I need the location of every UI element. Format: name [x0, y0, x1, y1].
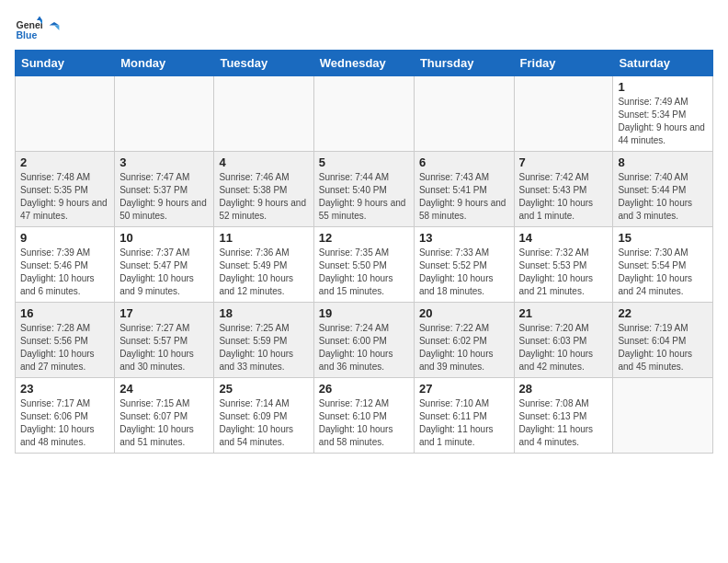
- day-info: Sunrise: 7:27 AM Sunset: 5:57 PM Dayligh…: [119, 322, 209, 373]
- day-number: 5: [319, 155, 409, 169]
- calendar-day-cell: [514, 76, 613, 152]
- calendar-day-cell: 20Sunrise: 7:22 AM Sunset: 6:02 PM Dayli…: [414, 303, 514, 378]
- logo-arrow-icon: [46, 22, 63, 39]
- weekday-header-wednesday: Wednesday: [313, 51, 414, 76]
- weekday-header-friday: Friday: [514, 51, 613, 76]
- day-info: Sunrise: 7:40 AM Sunset: 5:44 PM Dayligh…: [618, 171, 708, 223]
- day-number: 27: [419, 382, 509, 396]
- day-number: 3: [119, 155, 209, 169]
- svg-marker-5: [54, 26, 59, 30]
- day-info: Sunrise: 7:44 AM Sunset: 5:40 PM Dayligh…: [319, 171, 409, 223]
- day-info: Sunrise: 7:39 AM Sunset: 5:46 PM Dayligh…: [20, 247, 109, 298]
- calendar-day-cell: 21Sunrise: 7:20 AM Sunset: 6:03 PM Dayli…: [514, 303, 613, 378]
- calendar-day-cell: 24Sunrise: 7:15 AM Sunset: 6:07 PM Dayli…: [115, 378, 214, 454]
- calendar-day-cell: 10Sunrise: 7:37 AM Sunset: 5:47 PM Dayli…: [115, 227, 214, 303]
- day-number: 9: [20, 231, 109, 245]
- day-number: 22: [618, 306, 708, 320]
- day-info: Sunrise: 7:19 AM Sunset: 6:04 PM Dayligh…: [618, 322, 708, 373]
- calendar-week-row: 1Sunrise: 7:49 AM Sunset: 5:34 PM Daylig…: [16, 76, 713, 152]
- day-info: Sunrise: 7:12 AM Sunset: 6:10 PM Dayligh…: [319, 397, 409, 449]
- calendar-week-row: 16Sunrise: 7:28 AM Sunset: 5:56 PM Dayli…: [16, 303, 713, 378]
- day-number: 12: [319, 231, 409, 245]
- calendar-day-cell: [414, 76, 514, 152]
- day-number: 13: [419, 231, 509, 245]
- day-number: 14: [519, 231, 609, 245]
- calendar-day-cell: 14Sunrise: 7:32 AM Sunset: 5:53 PM Dayli…: [514, 227, 613, 303]
- day-number: 21: [519, 306, 609, 320]
- calendar-day-cell: 27Sunrise: 7:10 AM Sunset: 6:11 PM Dayli…: [414, 378, 514, 454]
- logo-icon: General Blue: [15, 15, 42, 42]
- day-number: 20: [419, 306, 509, 320]
- day-number: 25: [219, 382, 308, 396]
- calendar-day-cell: 26Sunrise: 7:12 AM Sunset: 6:10 PM Dayli…: [313, 378, 414, 454]
- day-number: 28: [519, 382, 609, 396]
- day-number: 7: [519, 155, 609, 169]
- calendar-day-cell: [16, 76, 115, 152]
- calendar-day-cell: 5Sunrise: 7:44 AM Sunset: 5:40 PM Daylig…: [313, 152, 414, 227]
- weekday-header-row: SundayMondayTuesdayWednesdayThursdayFrid…: [16, 51, 713, 76]
- day-info: Sunrise: 7:15 AM Sunset: 6:07 PM Dayligh…: [119, 397, 209, 449]
- day-info: Sunrise: 7:28 AM Sunset: 5:56 PM Dayligh…: [20, 322, 109, 373]
- day-info: Sunrise: 7:33 AM Sunset: 5:52 PM Dayligh…: [419, 247, 509, 298]
- calendar-day-cell: 9Sunrise: 7:39 AM Sunset: 5:46 PM Daylig…: [16, 227, 115, 303]
- svg-marker-4: [50, 22, 60, 26]
- calendar-day-cell: 18Sunrise: 7:25 AM Sunset: 5:59 PM Dayli…: [214, 303, 313, 378]
- page-header: General Blue: [15, 15, 713, 42]
- calendar-table: SundayMondayTuesdayWednesdayThursdayFrid…: [15, 50, 713, 454]
- day-info: Sunrise: 7:35 AM Sunset: 5:50 PM Dayligh…: [319, 247, 409, 298]
- calendar-day-cell: 6Sunrise: 7:43 AM Sunset: 5:41 PM Daylig…: [414, 152, 514, 227]
- day-number: 6: [419, 155, 509, 169]
- calendar-day-cell: [214, 76, 313, 152]
- day-info: Sunrise: 7:37 AM Sunset: 5:47 PM Dayligh…: [119, 247, 209, 298]
- calendar-day-cell: 25Sunrise: 7:14 AM Sunset: 6:09 PM Dayli…: [214, 378, 313, 454]
- day-number: 15: [618, 231, 708, 245]
- day-info: Sunrise: 7:47 AM Sunset: 5:37 PM Dayligh…: [119, 171, 209, 223]
- day-info: Sunrise: 7:14 AM Sunset: 6:09 PM Dayligh…: [219, 397, 308, 449]
- calendar-day-cell: 4Sunrise: 7:46 AM Sunset: 5:38 PM Daylig…: [214, 152, 313, 227]
- calendar-day-cell: 3Sunrise: 7:47 AM Sunset: 5:37 PM Daylig…: [115, 152, 214, 227]
- day-number: 24: [119, 382, 209, 396]
- weekday-header-sunday: Sunday: [16, 51, 115, 76]
- calendar-day-cell: 1Sunrise: 7:49 AM Sunset: 5:34 PM Daylig…: [613, 76, 713, 152]
- calendar-day-cell: [613, 378, 713, 454]
- calendar-day-cell: 13Sunrise: 7:33 AM Sunset: 5:52 PM Dayli…: [414, 227, 514, 303]
- svg-text:Blue: Blue: [17, 29, 38, 40]
- day-info: Sunrise: 7:08 AM Sunset: 6:13 PM Dayligh…: [519, 397, 609, 449]
- day-number: 23: [20, 382, 109, 396]
- day-info: Sunrise: 7:30 AM Sunset: 5:54 PM Dayligh…: [618, 247, 708, 298]
- day-info: Sunrise: 7:48 AM Sunset: 5:35 PM Dayligh…: [20, 171, 109, 223]
- day-number: 8: [618, 155, 708, 169]
- day-number: 17: [119, 306, 209, 320]
- day-number: 18: [219, 306, 308, 320]
- svg-marker-2: [37, 17, 42, 21]
- calendar-day-cell: [313, 76, 414, 152]
- calendar-day-cell: 12Sunrise: 7:35 AM Sunset: 5:50 PM Dayli…: [313, 227, 414, 303]
- calendar-day-cell: 8Sunrise: 7:40 AM Sunset: 5:44 PM Daylig…: [613, 152, 713, 227]
- calendar-day-cell: 23Sunrise: 7:17 AM Sunset: 6:06 PM Dayli…: [16, 378, 115, 454]
- weekday-header-saturday: Saturday: [613, 51, 713, 76]
- calendar-day-cell: [115, 76, 214, 152]
- calendar-day-cell: 28Sunrise: 7:08 AM Sunset: 6:13 PM Dayli…: [514, 378, 613, 454]
- day-number: 10: [119, 231, 209, 245]
- weekday-header-thursday: Thursday: [414, 51, 514, 76]
- day-info: Sunrise: 7:10 AM Sunset: 6:11 PM Dayligh…: [419, 397, 509, 449]
- day-info: Sunrise: 7:22 AM Sunset: 6:02 PM Dayligh…: [419, 322, 509, 373]
- calendar-week-row: 2Sunrise: 7:48 AM Sunset: 5:35 PM Daylig…: [16, 152, 713, 227]
- calendar-day-cell: 17Sunrise: 7:27 AM Sunset: 5:57 PM Dayli…: [115, 303, 214, 378]
- day-number: 19: [319, 306, 409, 320]
- calendar-day-cell: 7Sunrise: 7:42 AM Sunset: 5:43 PM Daylig…: [514, 152, 613, 227]
- day-info: Sunrise: 7:25 AM Sunset: 5:59 PM Dayligh…: [219, 322, 308, 373]
- calendar-day-cell: 22Sunrise: 7:19 AM Sunset: 6:04 PM Dayli…: [613, 303, 713, 378]
- day-info: Sunrise: 7:17 AM Sunset: 6:06 PM Dayligh…: [20, 397, 109, 449]
- calendar-day-cell: 19Sunrise: 7:24 AM Sunset: 6:00 PM Dayli…: [313, 303, 414, 378]
- day-info: Sunrise: 7:32 AM Sunset: 5:53 PM Dayligh…: [519, 247, 609, 298]
- day-number: 26: [319, 382, 409, 396]
- calendar-day-cell: 2Sunrise: 7:48 AM Sunset: 5:35 PM Daylig…: [16, 152, 115, 227]
- day-info: Sunrise: 7:36 AM Sunset: 5:49 PM Dayligh…: [219, 247, 308, 298]
- calendar-day-cell: 11Sunrise: 7:36 AM Sunset: 5:49 PM Dayli…: [214, 227, 313, 303]
- calendar-day-cell: 16Sunrise: 7:28 AM Sunset: 5:56 PM Dayli…: [16, 303, 115, 378]
- weekday-header-tuesday: Tuesday: [214, 51, 313, 76]
- calendar-week-row: 9Sunrise: 7:39 AM Sunset: 5:46 PM Daylig…: [16, 227, 713, 303]
- day-info: Sunrise: 7:42 AM Sunset: 5:43 PM Dayligh…: [519, 171, 609, 223]
- weekday-header-monday: Monday: [115, 51, 214, 76]
